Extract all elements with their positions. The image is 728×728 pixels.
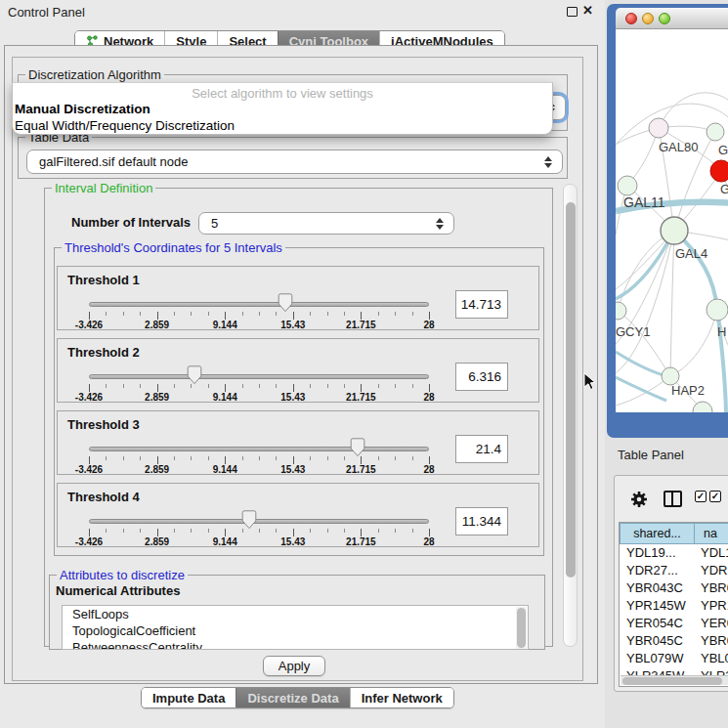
float-panel-icon[interactable]	[567, 7, 578, 17]
tick-label: 15.43	[280, 536, 305, 547]
threshold-1-slider[interactable]: -3.4262.8599.14415.4321.71528	[89, 267, 430, 331]
table-data-group: Table Data galFiltered.sif default node	[18, 137, 568, 179]
attribute-list-item[interactable]: BetweennessCentrality	[63, 639, 528, 650]
threshold-3-value-field[interactable]: 21.4	[455, 435, 508, 463]
slider-track[interactable]	[89, 519, 429, 524]
cell-shared-name[interactable]: YIL052C	[620, 685, 695, 687]
checkbox-icon[interactable]: ✓	[709, 491, 721, 502]
slider-major-ticks	[89, 312, 430, 320]
cell-name[interactable]: YPR1	[695, 597, 728, 615]
table-data-combobox-value: galFiltered.sif default node	[27, 154, 562, 169]
tick-label: 15.43	[280, 464, 305, 475]
cell-shared-name[interactable]: YDR27...	[620, 562, 695, 579]
slider-thumb-icon[interactable]	[278, 293, 293, 313]
close-icon[interactable]: ✕	[582, 3, 593, 18]
node-gal80[interactable]	[649, 118, 668, 138]
table-row[interactable]: YDR27...YDR2	[620, 562, 728, 579]
cell-name[interactable]: YBR0	[695, 632, 728, 650]
numerical-attributes-list[interactable]: SelfLoopsTopologicalCoefficientBetweenne…	[62, 605, 529, 650]
node-gal4[interactable]	[661, 217, 688, 244]
slider-thumb-icon[interactable]	[350, 438, 365, 457]
node-attribute-table[interactable]: shared... na YDL19...YDL1YDR27...YDR2YBR…	[619, 522, 728, 687]
table-row[interactable]: YDL19...YDL1	[620, 544, 728, 562]
attribute-list-item[interactable]: TopologicalCoefficient	[63, 622, 528, 639]
table-row[interactable]: YPR145WYPR1	[620, 597, 728, 615]
node-h[interactable]	[707, 299, 728, 321]
tab-impute-data[interactable]: Impute Data	[142, 688, 236, 707]
cell-shared-name[interactable]: YDL19...	[620, 544, 695, 562]
cell-shared-name[interactable]: YER054C	[620, 615, 695, 632]
table-row[interactable]: YBL079WYBL0	[620, 650, 728, 667]
threshold-4-value-field[interactable]: 11.344	[455, 507, 508, 535]
table-row[interactable]: YER054CYER0	[620, 615, 728, 632]
gear-icon[interactable]	[630, 491, 648, 508]
node-selected-red[interactable]	[710, 160, 728, 182]
control-panel-titlebar: Control Panel ✕	[0, 0, 605, 23]
tick-label: -3.426	[75, 464, 103, 475]
threshold-4-slider[interactable]: -3.4262.8599.14415.4321.71528	[89, 484, 430, 548]
screen: Control Panel ✕ Network Style Select Cyn…	[0, 0, 728, 728]
slider-track[interactable]	[89, 374, 429, 379]
node-gal11[interactable]	[618, 176, 637, 195]
column-header-name[interactable]: na	[695, 523, 728, 544]
cell-name[interactable]: YBL0	[695, 650, 728, 667]
list-scrollbar[interactable]	[516, 607, 527, 650]
threshold-2-slider[interactable]: -3.4262.8599.14415.4321.71528	[89, 339, 430, 404]
settings-scrollbar-thumb[interactable]	[566, 202, 576, 578]
dropdown-option-equal-width-frequency[interactable]: Equal Width/Frequency Discretization	[15, 118, 235, 133]
cell-name[interactable]: YDL1	[695, 544, 728, 562]
table-horizontal-scrollbar[interactable]	[621, 675, 728, 685]
threshold-1-value-field[interactable]: 14.713	[455, 290, 508, 319]
column-header-shared-name[interactable]: shared...	[620, 523, 695, 544]
number-of-intervals-combobox[interactable]: 5	[198, 212, 454, 235]
table-row[interactable]: YBR045CYBR0	[620, 632, 728, 650]
tick-label: 9.144	[213, 464, 237, 475]
cell-shared-name[interactable]: YBR043C	[620, 579, 695, 597]
checkbox-icon[interactable]: ✓	[695, 491, 707, 502]
tick-label: 9.144	[213, 392, 237, 403]
thresholds-group-title: Threshold's Coordinates for 5 Intervals	[62, 240, 285, 255]
threshold-2-value-field[interactable]: 6.316	[455, 363, 508, 391]
network-canvas[interactable]: GAL80 GA GA GAL11 GAL4 GCY1 H HAP2	[616, 29, 728, 412]
split-table-icon[interactable]	[664, 491, 682, 507]
combo-stepper-icon	[435, 213, 445, 234]
network-nodes[interactable]	[616, 118, 728, 412]
table-row[interactable]: YBR043CYBR0	[620, 579, 728, 597]
cell-name[interactable]: YBR0	[695, 579, 728, 597]
minimize-button-icon[interactable]	[642, 13, 654, 24]
cell-name[interactable]: YER0	[695, 615, 728, 632]
cell-name[interactable]: YIL0	[695, 685, 728, 687]
table-row[interactable]: YIL052CYIL0	[620, 685, 728, 687]
table-panel-title: Table Panel	[618, 448, 684, 462]
cell-shared-name[interactable]: YBL079W	[620, 650, 695, 667]
zoom-button-icon[interactable]	[659, 13, 670, 24]
dropdown-prompt: Select algorithm to view settings	[13, 86, 552, 101]
slider-thumb-icon[interactable]	[187, 365, 202, 385]
cell-shared-name[interactable]: YPR145W	[620, 597, 695, 615]
threshold-2-box: Threshold 2 -3.4262.8599.14415.4321.7152…	[57, 338, 539, 403]
attribute-list-item[interactable]: SelfLoops	[63, 606, 528, 622]
threshold-3-slider[interactable]: -3.4262.8599.14415.4321.71528	[89, 411, 430, 476]
bottom-tabbar: Impute Data Discretize Data Infer Networ…	[141, 687, 454, 708]
network-window-titlebar[interactable]	[616, 8, 728, 29]
table-hscrollbar-thumb[interactable]	[622, 677, 722, 685]
slider-major-ticks	[89, 384, 430, 392]
cell-shared-name[interactable]: YBR045C	[620, 632, 695, 650]
cell-name[interactable]: YDR2	[695, 562, 728, 579]
settings-vertical-scrollbar[interactable]	[563, 184, 578, 647]
list-scrollbar-thumb[interactable]	[517, 608, 526, 648]
node-partial-top-right[interactable]	[707, 123, 724, 141]
slider-track[interactable]	[89, 302, 429, 307]
table-data-combobox[interactable]: galFiltered.sif default node	[26, 150, 563, 174]
close-button-icon[interactable]	[625, 13, 637, 24]
tick-label: 9.144	[213, 320, 237, 330]
slider-thumb-icon[interactable]	[241, 510, 257, 530]
table-rows: YDL19...YDL1YDR27...YDR2YBR043CYBR0YPR14…	[620, 544, 728, 687]
slider-track[interactable]	[89, 447, 429, 451]
apply-button[interactable]: Apply	[263, 656, 325, 676]
dropdown-option-manual-discretization[interactable]: Manual Discretization	[15, 102, 150, 116]
tab-infer-network[interactable]: Infer Network	[350, 688, 453, 707]
tab-discretize-data[interactable]: Discretize Data	[236, 688, 349, 707]
label-partial-right: GA	[720, 182, 728, 196]
number-of-intervals-value: 5	[199, 216, 453, 231]
